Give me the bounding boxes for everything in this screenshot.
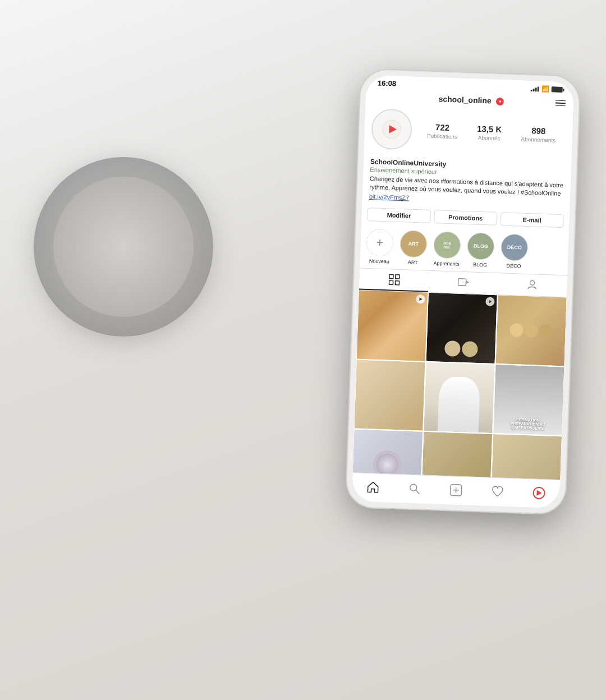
formation-label: FORMATIONPRÉPARATION AUCAP PÂTISSERIE — [496, 417, 561, 431]
nav-add[interactable] — [447, 481, 465, 499]
hamburger-menu[interactable] — [556, 100, 566, 106]
avatar[interactable] — [371, 108, 412, 150]
stat-abonnes[interactable]: 13,5 K Abonnés — [476, 124, 502, 142]
svg-point-11 — [410, 484, 417, 491]
svg-line-12 — [416, 490, 420, 494]
grid-item-5-chef[interactable] — [424, 362, 494, 433]
email-button[interactable]: E-mail — [501, 212, 564, 228]
grid-item-2[interactable] — [426, 293, 497, 363]
svg-rect-3 — [395, 275, 399, 279]
grid-item-6-formation[interactable]: FORMATIONPRÉPARATION AUCAP PÂTISSERIE — [493, 365, 564, 435]
add-icon — [449, 483, 462, 496]
tab-grid[interactable] — [359, 268, 429, 292]
phone-screen: 16:08 📶 school_online ● — [352, 75, 574, 508]
grid-item-1[interactable] — [357, 290, 428, 361]
profile-top: 722 Publications 13,5 K Abonnés 898 Abon… — [371, 108, 566, 155]
highlight-blog-label: BLOG — [473, 261, 487, 268]
stat-abonnements-number: 898 — [531, 126, 546, 136]
phone-device: 16:08 📶 school_online ● — [346, 69, 580, 514]
verified-badge: ● — [496, 98, 504, 105]
avatar-ring — [371, 108, 412, 150]
svg-rect-6 — [458, 278, 466, 285]
svg-marker-10 — [489, 300, 492, 303]
search-icon — [408, 482, 421, 495]
highlight-deco-circle: DÉCO — [501, 233, 529, 261]
svg-point-8 — [530, 280, 535, 285]
stat-abonnements[interactable]: 898 Abonnements — [521, 125, 556, 143]
highlights-row: + Nouveau ART ART Appren. Apprenants — [360, 225, 568, 275]
svg-marker-9 — [419, 297, 422, 301]
photo-grid: FORMATIONPRÉPARATION AUCAP PÂTISSERIE — [352, 290, 567, 505]
nav-search[interactable] — [405, 480, 424, 498]
nav-profile[interactable] — [530, 483, 548, 502]
svg-rect-4 — [389, 280, 393, 284]
stat-publications[interactable]: 722 Publications — [427, 122, 458, 140]
grid-item-4[interactable] — [354, 360, 425, 430]
phone-body: 16:08 📶 school_online ● — [346, 69, 580, 514]
highlight-art-circle: ART — [400, 230, 428, 258]
nav-home[interactable] — [364, 478, 382, 496]
tab-video[interactable] — [428, 271, 498, 294]
ig-username: school_online — [438, 94, 492, 105]
highlight-deco[interactable]: DÉCO DÉCO — [501, 233, 529, 269]
bio-section: SchoolOnlineUniversity Enseignement supé… — [362, 158, 571, 211]
highlight-apprenants-label: Apprenants — [434, 260, 460, 267]
highlight-new-label: Nouveau — [369, 258, 389, 264]
highlight-new[interactable]: + Nouveau — [366, 229, 394, 265]
battery-icon — [552, 86, 563, 93]
highlight-apprenants[interactable]: Appren. Apprenants — [433, 231, 461, 267]
modifier-button[interactable]: Modifier — [367, 208, 430, 223]
video-icon — [457, 276, 469, 288]
person-tag-icon — [526, 279, 538, 291]
stats-row: 722 Publications 13,5 K Abonnés 898 Abon… — [417, 122, 566, 144]
home-icon — [366, 481, 379, 494]
profile-section: 722 Publications 13,5 K Abonnés 898 Abon… — [364, 104, 573, 165]
svg-marker-16 — [536, 490, 541, 496]
tab-tagged[interactable] — [498, 273, 568, 297]
svg-rect-5 — [395, 281, 399, 285]
play-icon — [381, 119, 402, 140]
username-area: school_online ● — [438, 94, 504, 106]
promotions-button[interactable]: Promotions — [434, 210, 497, 225]
nav-heart[interactable] — [488, 482, 507, 501]
status-icons: 📶 — [530, 85, 562, 93]
stat-publications-label: Publications — [427, 133, 457, 140]
signal-icon — [531, 85, 539, 91]
stat-abonnements-label: Abonnements — [521, 136, 556, 143]
video-badge-2 — [485, 297, 495, 306]
stat-publications-number: 722 — [435, 122, 450, 133]
grid-item-3[interactable] — [496, 295, 567, 366]
highlight-art-label: ART — [408, 259, 418, 265]
svg-rect-2 — [389, 274, 393, 278]
nav-profile-avatar — [532, 487, 545, 500]
heart-icon — [491, 485, 504, 498]
status-time: 16:08 — [378, 79, 397, 88]
clock-face — [53, 177, 194, 317]
wifi-icon: 📶 — [541, 85, 549, 93]
highlight-blog-circle: BLOG — [467, 232, 495, 260]
svg-marker-7 — [466, 281, 469, 283]
stat-abonnes-number: 13,5 K — [477, 124, 502, 135]
grid-icon — [388, 274, 400, 285]
highlight-deco-label: DÉCO — [506, 262, 521, 269]
highlight-apprenants-circle: Appren. — [433, 231, 461, 259]
highlight-new-circle: + — [366, 229, 394, 257]
stat-abonnes-label: Abonnés — [478, 135, 501, 141]
highlight-blog[interactable]: BLOG BLOG — [467, 232, 495, 268]
highlight-art[interactable]: ART ART — [400, 230, 428, 266]
